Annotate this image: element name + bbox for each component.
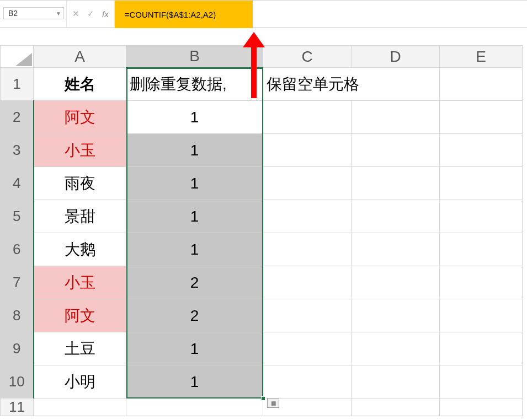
name-box-value: B2 xyxy=(8,9,18,18)
row-header-3[interactable]: 3 xyxy=(1,134,34,167)
cell-E5[interactable] xyxy=(440,200,523,233)
cell-C5[interactable] xyxy=(263,200,352,233)
fill-handle[interactable] xyxy=(261,396,265,401)
cell-A4[interactable]: 雨夜 xyxy=(34,167,126,200)
row-header-5[interactable]: 5 xyxy=(1,200,34,233)
cell-B11[interactable] xyxy=(126,399,263,416)
formula-buttons: ✕ ✓ fx xyxy=(67,1,114,27)
cell-E3[interactable] xyxy=(440,134,523,167)
autofill-icon: ▦ xyxy=(271,400,276,406)
spreadsheet-grid: A B C D E 1 姓名 删除重复数据, 保留空单元格 2 阿文 1 3 小… xyxy=(0,45,527,416)
cancel-icon[interactable]: ✕ xyxy=(72,9,79,19)
cell-C3[interactable] xyxy=(263,134,352,167)
row-header-9[interactable]: 9 xyxy=(1,332,34,365)
cell-B8[interactable]: 2 xyxy=(126,299,263,332)
col-header-D[interactable]: D xyxy=(352,46,440,68)
cell-D9[interactable] xyxy=(352,332,440,365)
cell-E4[interactable] xyxy=(440,167,523,200)
cell-D6[interactable] xyxy=(352,233,440,266)
row-header-4[interactable]: 4 xyxy=(1,167,34,200)
cell-A7[interactable]: 小玉 xyxy=(34,266,126,299)
cell-B2[interactable]: 1 xyxy=(126,101,263,134)
enter-icon[interactable]: ✓ xyxy=(87,9,94,19)
formula-input[interactable]: =COUNTIF($A$1:A2,A2) xyxy=(115,1,253,28)
row-header-11[interactable]: 11 xyxy=(1,399,34,416)
fx-icon[interactable]: fx xyxy=(102,9,109,19)
cell-E8[interactable] xyxy=(440,299,523,332)
cell-D5[interactable] xyxy=(352,200,440,233)
row-header-8[interactable]: 8 xyxy=(1,299,34,332)
cell-A3[interactable]: 小玉 xyxy=(34,134,126,167)
cell-D3[interactable] xyxy=(352,134,440,167)
formula-text: =COUNTIF($A$1:A2,A2) xyxy=(125,10,216,19)
cell-C7[interactable] xyxy=(263,266,352,299)
cell-C10[interactable] xyxy=(263,365,352,399)
cell-E7[interactable] xyxy=(440,266,523,299)
row-header-2[interactable]: 2 xyxy=(1,101,34,134)
autofill-options-button[interactable]: ▦ xyxy=(267,398,279,408)
cell-B7[interactable]: 2 xyxy=(126,266,263,299)
formula-bar-blank xyxy=(253,1,527,27)
cell-C2[interactable] xyxy=(263,101,352,134)
name-box-dropdown-icon[interactable]: ▼ xyxy=(56,10,61,17)
cell-B10[interactable]: 1 xyxy=(126,365,263,399)
cell-A2[interactable]: 阿文 xyxy=(34,101,126,134)
cell-C6[interactable] xyxy=(263,233,352,266)
cell-A8[interactable]: 阿文 xyxy=(34,299,126,332)
cell-A9[interactable]: 土豆 xyxy=(34,332,126,365)
formula-bar: B2 ▼ ✕ ✓ fx =COUNTIF($A$1:A2,A2) xyxy=(0,0,527,28)
cell-A11[interactable] xyxy=(34,399,126,416)
cell-A5[interactable]: 景甜 xyxy=(34,200,126,233)
cell-E9[interactable] xyxy=(440,332,523,365)
cell-E11[interactable] xyxy=(440,399,523,416)
cell-B4[interactable]: 1 xyxy=(126,167,263,200)
name-box[interactable]: B2 ▼ xyxy=(3,7,64,19)
row-header-10[interactable]: 10 xyxy=(1,365,34,399)
grid-table[interactable]: A B C D E 1 姓名 删除重复数据, 保留空单元格 2 阿文 1 3 小… xyxy=(0,45,523,416)
annotation-arrow xyxy=(243,32,265,98)
cell-A10[interactable]: 小明 xyxy=(34,365,126,399)
cell-C9[interactable] xyxy=(263,332,352,365)
cell-C4[interactable] xyxy=(263,167,352,200)
row-header-6[interactable]: 6 xyxy=(1,233,34,266)
select-all-corner[interactable] xyxy=(1,46,34,68)
col-header-C[interactable]: C xyxy=(263,46,352,68)
row-header-1[interactable]: 1 xyxy=(1,68,34,101)
cell-E10[interactable] xyxy=(440,365,523,399)
cell-D10[interactable] xyxy=(352,365,440,399)
cell-D2[interactable] xyxy=(352,101,440,134)
cell-B3[interactable]: 1 xyxy=(126,134,263,167)
cell-B6[interactable]: 1 xyxy=(126,233,263,266)
cell-D7[interactable] xyxy=(352,266,440,299)
cell-D11[interactable] xyxy=(352,399,440,416)
cell-D4[interactable] xyxy=(352,167,440,200)
col-header-E[interactable]: E xyxy=(440,46,523,68)
cell-C8[interactable] xyxy=(263,299,352,332)
row-header-7[interactable]: 7 xyxy=(1,266,34,299)
cell-C1[interactable]: 保留空单元格 xyxy=(263,68,440,101)
cell-B9[interactable]: 1 xyxy=(126,332,263,365)
cell-B5[interactable]: 1 xyxy=(126,200,263,233)
cell-E6[interactable] xyxy=(440,233,523,266)
cell-A1[interactable]: 姓名 xyxy=(34,68,126,101)
cell-E2[interactable] xyxy=(440,101,523,134)
cell-E1[interactable] xyxy=(440,68,523,101)
cell-A6[interactable]: 大鹅 xyxy=(34,233,126,266)
cell-D8[interactable] xyxy=(352,299,440,332)
col-header-A[interactable]: A xyxy=(34,46,126,68)
